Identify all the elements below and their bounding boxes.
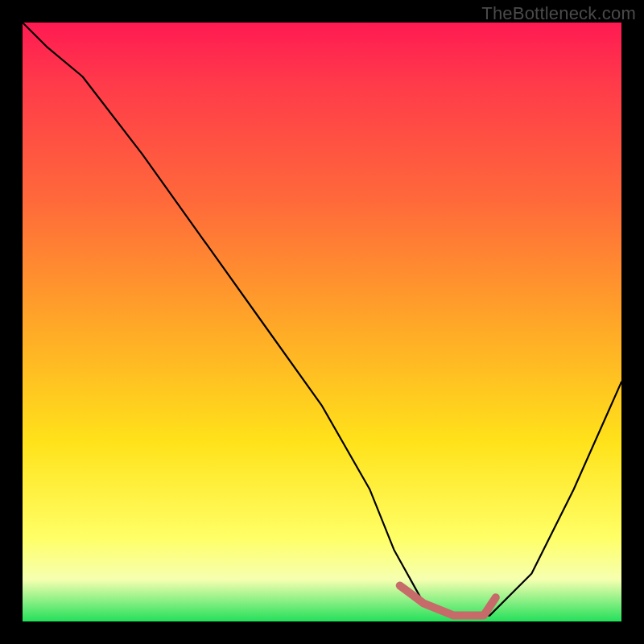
optimal-range-highlight: [400, 585, 496, 615]
chart-frame: TheBottleneck.com: [0, 0, 644, 644]
curve-layer: [23, 23, 621, 621]
plot-area: [23, 23, 621, 621]
watermark-text: TheBottleneck.com: [481, 3, 636, 24]
bottleneck-curve: [23, 23, 621, 616]
